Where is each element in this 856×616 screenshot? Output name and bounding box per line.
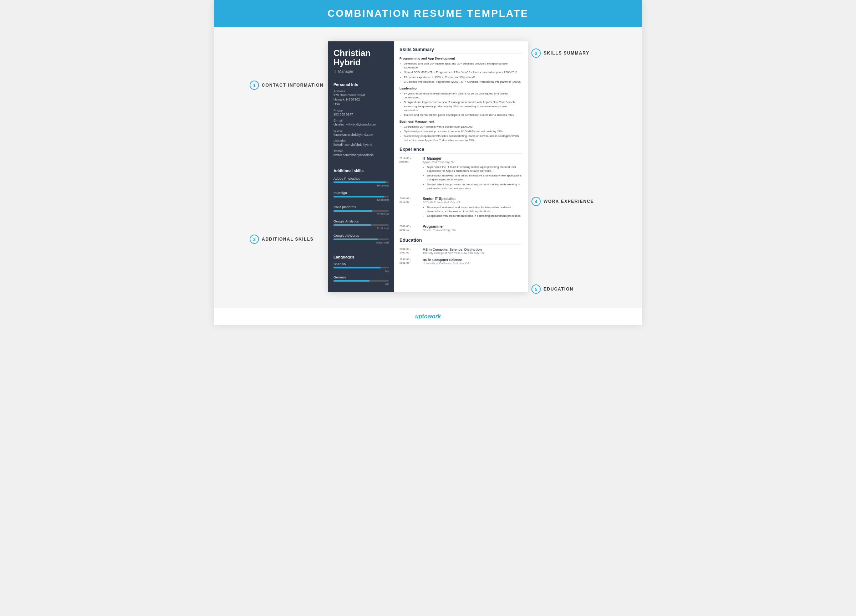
skill-bar-bg (334, 238, 389, 240)
skill-name-analytics: Google Analytics (334, 219, 389, 223)
linkedin-label: LinkedIn (334, 139, 389, 143)
bullet-item: Designed and implemented a new IT manage… (404, 100, 522, 112)
bullet-item: Developed, reviewed, and tested innovati… (427, 174, 522, 181)
exp-company-3: Oracle, Redwood City, CA (423, 229, 522, 232)
annotation-label-work-exp: WORK EXPERIENCE (543, 199, 594, 204)
lang-item: German B2 (334, 275, 389, 286)
bullet-item: Cooperated with procurement teams in opt… (427, 214, 522, 218)
annotation-label-contact: CONTACT INFORMATION (262, 83, 323, 88)
header-banner: COMBINATION RESUME TEMPLATE (214, 0, 642, 27)
exp-content-2: Senior IT Specialist BCD M&E, New York C… (423, 197, 522, 220)
annotation-circle-2: 2 (531, 49, 541, 58)
skill-level-indesign: Excellent (334, 198, 389, 201)
bullet-item: 8+ years experience in team management (… (404, 92, 522, 100)
lang-item: Spanish C1 (334, 262, 389, 272)
leadership-bullets: 8+ years experience in team management (… (399, 92, 522, 117)
experience-section: Experience 2012-03 -present IT Manager A… (399, 146, 522, 233)
subsection-programming: Programming and App Development (399, 57, 522, 60)
exp-title-1: IT Manager (423, 157, 522, 160)
edu-date-2: 1997-09 -2001-06 (399, 258, 419, 265)
personal-info-title: Personal Info (334, 82, 389, 87)
footer-logo: uptowork (214, 308, 642, 325)
linkedin-value: linkedin.com/in/chris-hybrid (334, 143, 389, 147)
skills-section-title: Additional skills (334, 169, 389, 173)
bullet-item: C Certified Professional Programmer (200… (404, 80, 522, 84)
skill-item: InDesign Excellent (334, 191, 389, 201)
skill-bar-fill-adwords (334, 238, 378, 240)
exp-bullets-1: Supervised the IT team in creating mobil… (423, 165, 522, 190)
subsection-business: Business Management (399, 120, 522, 123)
skill-item: Google Analytics Proficient (334, 219, 389, 230)
candidate-name: Christian Hybrid (334, 49, 389, 68)
skill-bar-bg (334, 224, 389, 226)
skill-name-adwords: Google AdWords (334, 233, 389, 237)
exp-content-1: IT Manager Apple, New York City, NJ Supe… (423, 157, 522, 192)
exp-content-3: Programmer Oracle, Redwood City, CA (423, 224, 522, 233)
exp-item-2: 2006-08 -2012-02 Senior IT Specialist BC… (399, 197, 522, 220)
lang-bar-bg (334, 280, 389, 282)
skill-name-indesign: InDesign (334, 191, 389, 195)
additional-skills-section: Additional skills Adobe Photoshop Excell… (328, 165, 394, 251)
annotation-work-exp: 4 WORK EXPERIENCE (531, 197, 606, 206)
annotation-label-skills: ADDITIONAL SKILLS (262, 237, 314, 242)
annotation-circle-1: 1 (250, 81, 259, 90)
exp-title-3: Programmer (423, 224, 522, 229)
skills-summary-heading: Skills Summary (399, 47, 522, 54)
exp-date-2: 2006-08 -2012-02 (399, 197, 419, 220)
exp-item-1: 2012-03 -present IT Manager Apple, New Y… (399, 157, 522, 192)
lang-level-german: B2 (334, 282, 389, 286)
lang-bar-fill-spanish (334, 267, 380, 269)
annotation-circle-5: 5 (531, 284, 541, 294)
candidate-title: IT Manager (334, 69, 389, 74)
twitter-value: twitter.com/chrishybridofficial (334, 153, 389, 158)
bullet-item: Guided talent that provides technical su… (427, 183, 522, 190)
exp-date-3: 2002-09 -2005-12 (399, 224, 419, 233)
exp-item-3: 2002-09 -2005-12 Programmer Oracle, Redw… (399, 224, 522, 233)
bullet-item: Supervised the IT team in creating mobil… (427, 165, 522, 173)
subsection-leadership: Leadership (399, 87, 522, 90)
skill-bar-bg (334, 196, 389, 198)
annotation-skills: 3 ADDITIONAL SKILLS (250, 235, 325, 244)
skill-bar-fill-crm (334, 210, 373, 212)
sidebar-name-section: Christian Hybrid IT Manager (328, 41, 394, 79)
skill-level-analytics: Proficient (334, 227, 389, 230)
phone-label: Phone (334, 109, 389, 112)
skill-item: Google AdWords Advanced (334, 233, 389, 244)
skill-bar-fill-photoshop (334, 181, 386, 183)
right-annotations: 2 SKILLS SUMMARY 4 WORK EXPERIENCE 5 EDU… (528, 41, 606, 294)
annotation-label-skills-summary: SKILLS SUMMARY (543, 51, 590, 55)
skill-name-crm: CRM platforms (334, 205, 389, 209)
exp-bullets-2: Developed, reviewed, and tested websites… (423, 205, 522, 218)
www-value: futureisnow.chrishybrid.com (334, 133, 389, 137)
www-label: WWW (334, 129, 389, 133)
exp-company-2: BCD M&E, New York City, NJ (423, 201, 522, 204)
bullet-item: Developed and built 20+ mobile apps and … (404, 61, 522, 69)
lang-name-spanish: Spanish (334, 262, 389, 266)
skill-bar-bg (334, 210, 389, 212)
email-label: E-mail (334, 119, 389, 122)
edu-item-2: 1997-09 -2001-06 BS in Computer Science … (399, 258, 522, 265)
annotation-education: 5 EDUCATION (531, 284, 606, 294)
skill-level-photoshop: Excellent (334, 184, 389, 187)
resume-container: Christian Hybrid IT Manager Personal Inf… (328, 41, 528, 292)
skill-bar-fill-indesign (334, 196, 385, 198)
programming-bullets: Developed and built 20+ mobile apps and … (399, 61, 522, 84)
phone-value: 202 555 0177 (334, 112, 389, 117)
skill-item: Adobe Photoshop Excellent (334, 177, 389, 187)
skill-item: CRM platforms Proficient (334, 205, 389, 216)
annotation-circle-3: 3 (250, 235, 259, 244)
languages-title: Languages (334, 255, 389, 259)
exp-title-2: Senior IT Specialist (423, 197, 522, 201)
annotation-circle-4: 4 (531, 197, 541, 206)
skill-bar-fill-analytics (334, 224, 371, 226)
languages-section: Languages Spanish C1 German B2 (328, 251, 394, 292)
annotation-label-education: EDUCATION (543, 287, 574, 292)
main-content: 1 CONTACT INFORMATION 3 ADDITIONAL SKILL… (214, 27, 642, 308)
resume-sidebar: Christian Hybrid IT Manager Personal Inf… (328, 41, 394, 292)
edu-date-1: 2001-09 -2002-06 (399, 247, 419, 255)
bullet-item: Developed, reviewed, and tested websites… (427, 205, 522, 213)
resume-main: Skills Summary Programming and App Devel… (394, 41, 528, 292)
lang-name-german: German (334, 275, 389, 279)
edu-degree-2: BS in Computer Science (423, 258, 470, 262)
address-value: 970 Drummond StreetNewark, NJ 07102USA (334, 93, 389, 107)
